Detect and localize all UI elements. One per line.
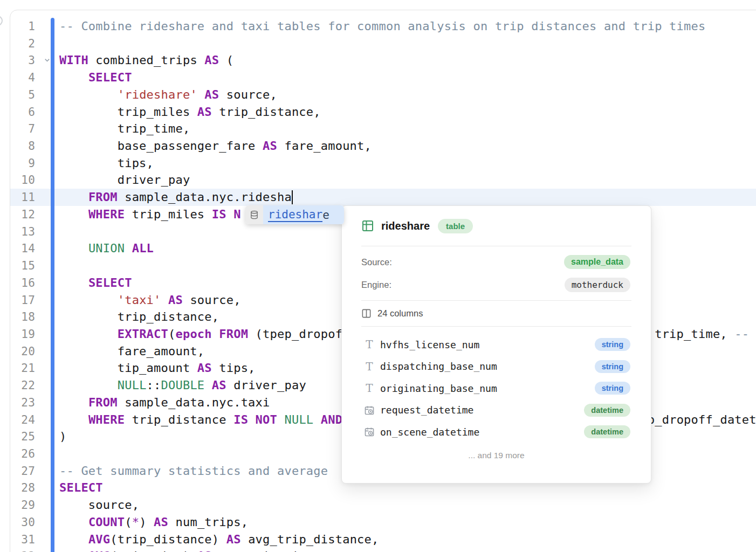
line-number[interactable]: 17 bbox=[10, 292, 35, 309]
source-row: Source: sample_data bbox=[342, 251, 651, 273]
code-line[interactable]: 30 COUNT(*) AS num_trips, bbox=[10, 514, 756, 531]
code-line[interactable]: 32 AVG(trip_time) AS avg_trip_time, bbox=[10, 548, 756, 552]
code-token: IS bbox=[233, 413, 248, 426]
code-text: -- Get summary statistics and average bbox=[59, 464, 335, 478]
line-number[interactable]: 31 bbox=[10, 532, 35, 549]
code-line[interactable]: 4 SELECT bbox=[10, 69, 756, 86]
code-text: AVG(trip_distance) AS avg_trip_distance, bbox=[59, 533, 379, 546]
code-token bbox=[59, 208, 88, 221]
code-line[interactable]: 2 bbox=[10, 35, 756, 52]
clipped-edge-circle-icon bbox=[0, 16, 3, 26]
line-number[interactable]: 24 bbox=[10, 412, 35, 429]
line-number[interactable]: 13 bbox=[10, 224, 35, 241]
line-number[interactable]: 18 bbox=[10, 309, 35, 326]
column-type-badge: datetime bbox=[584, 425, 630, 438]
code-line[interactable]: 5 'rideshare' AS source, bbox=[10, 86, 756, 104]
line-number[interactable]: 15 bbox=[10, 258, 35, 275]
line-number[interactable]: 23 bbox=[10, 395, 35, 412]
line-number[interactable]: 30 bbox=[10, 514, 35, 532]
autocomplete-item-rideshare[interactable]: rideshare bbox=[263, 205, 344, 224]
line-number[interactable]: 5 bbox=[10, 87, 35, 104]
line-number[interactable]: 16 bbox=[10, 275, 35, 292]
code-line[interactable]: 10 driver_pay bbox=[10, 171, 756, 189]
code-token: WITH bbox=[59, 53, 88, 67]
line-number[interactable]: 14 bbox=[10, 240, 35, 258]
code-token: -- Get summary statistics and average bbox=[59, 464, 335, 478]
line-number[interactable]: 25 bbox=[10, 429, 35, 446]
code-token bbox=[277, 413, 284, 426]
line-number[interactable]: 3 bbox=[10, 52, 35, 70]
table-icon bbox=[361, 219, 374, 232]
code-token: FROM bbox=[88, 190, 118, 204]
code-line[interactable]: 8 base_passenger_fare AS fare_amount, bbox=[10, 137, 756, 155]
line-number[interactable]: 28 bbox=[10, 480, 35, 497]
code-line[interactable]: 29 source, bbox=[10, 496, 756, 514]
table-name: rideshare bbox=[381, 220, 430, 232]
code-token: ( bbox=[125, 515, 132, 529]
line-number[interactable]: 7 bbox=[10, 121, 35, 138]
code-line[interactable]: 31 AVG(trip_distance) AS avg_trip_distan… bbox=[10, 531, 756, 548]
line-number[interactable]: 9 bbox=[10, 155, 35, 172]
code-text: SELECT bbox=[59, 71, 132, 84]
code-token: AS bbox=[197, 105, 212, 119]
line-number[interactable]: 22 bbox=[10, 377, 35, 395]
code-token: IS bbox=[212, 208, 226, 221]
line-number[interactable]: 10 bbox=[10, 172, 35, 189]
column-name: hvfhs_license_num bbox=[380, 339, 479, 350]
app-root: { "editor": { "syntax_colors": { "keywor… bbox=[0, 0, 756, 552]
table-info-card: rideshare table Source: sample_data Engi… bbox=[341, 205, 651, 484]
code-token: N bbox=[233, 208, 240, 221]
columns-count-row: 24 columns bbox=[342, 301, 651, 326]
columns-icon bbox=[361, 308, 372, 319]
code-token: avg_trip_time, bbox=[212, 549, 321, 552]
line-number[interactable]: 6 bbox=[10, 104, 35, 121]
code-line[interactable]: 1-- Combine rideshare and taxi tables fo… bbox=[10, 18, 756, 35]
column-type-badge: datetime bbox=[584, 404, 630, 417]
line-number[interactable]: 29 bbox=[10, 497, 35, 514]
code-token: SELECT bbox=[88, 276, 132, 289]
code-text: base_passenger_fare AS fare_amount, bbox=[59, 139, 372, 153]
line-number[interactable]: 19 bbox=[10, 326, 35, 343]
line-number[interactable]: 1 bbox=[10, 18, 35, 36]
code-token bbox=[59, 533, 88, 546]
line-number[interactable]: 26 bbox=[10, 446, 35, 463]
code-token: :: bbox=[147, 378, 161, 392]
line-number[interactable]: 2 bbox=[10, 36, 35, 53]
code-token: WHERE bbox=[88, 208, 125, 221]
code-token: num_trips, bbox=[168, 515, 248, 529]
line-number[interactable]: 8 bbox=[10, 138, 35, 155]
code-text: SELECT bbox=[59, 481, 103, 494]
line-number[interactable]: 20 bbox=[10, 343, 35, 361]
line-number[interactable]: 12 bbox=[10, 206, 35, 224]
code-token: AS bbox=[212, 378, 226, 392]
line-number[interactable]: 21 bbox=[10, 360, 35, 377]
code-token: AS bbox=[226, 533, 241, 546]
code-text: trip_time, bbox=[59, 122, 190, 135]
column-type-badge: string bbox=[595, 338, 630, 351]
datetime-type-icon bbox=[363, 426, 375, 437]
fold-chevron-icon[interactable] bbox=[35, 52, 59, 69]
code-token bbox=[59, 71, 88, 84]
line-number[interactable]: 32 bbox=[10, 548, 35, 552]
code-token: NULL bbox=[284, 413, 313, 426]
code-line[interactable]: 9 tips, bbox=[10, 155, 756, 172]
code-token bbox=[59, 549, 88, 552]
line-number[interactable]: 4 bbox=[10, 70, 35, 87]
line-number[interactable]: 11 bbox=[10, 189, 35, 206]
code-line[interactable]: 7 trip_time, bbox=[10, 120, 756, 137]
column-name: originating_base_num bbox=[380, 383, 497, 394]
columns-list: T hvfhs_license_num string T dispatching… bbox=[342, 327, 651, 443]
more-columns-label: ... and 19 more bbox=[342, 451, 651, 460]
code-line[interactable]: 11 FROM sample_data.nyc.ridesha bbox=[10, 189, 756, 206]
column-row: T dispatching_base_num string bbox=[342, 356, 651, 378]
code-text: NULL::DOUBLE AS driver_pay bbox=[59, 378, 306, 392]
column-name: on_scene_datetime bbox=[380, 426, 479, 438]
code-token bbox=[248, 413, 255, 426]
code-text: -- Combine rideshare and taxi tables for… bbox=[59, 19, 705, 33]
code-token bbox=[59, 293, 118, 307]
code-token bbox=[313, 413, 320, 426]
code-line[interactable]: 3WITH combined_trips AS ( bbox=[10, 52, 756, 69]
code-line[interactable]: 6 trip_miles AS trip_distance, bbox=[10, 104, 756, 121]
line-number[interactable]: 27 bbox=[10, 463, 35, 480]
code-token: trip_miles bbox=[59, 105, 197, 119]
